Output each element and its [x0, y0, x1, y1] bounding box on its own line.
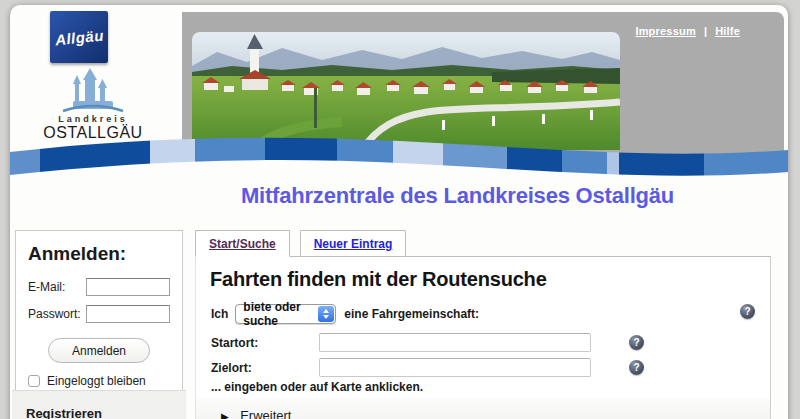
login-heading: Anmelden: — [28, 243, 170, 265]
help-icon-zielort[interactable]: ? — [629, 360, 644, 375]
allgaeu-logo-text: Allgäu — [54, 26, 104, 48]
allgaeu-logo: Allgäu — [50, 11, 108, 63]
startort-input[interactable] — [319, 333, 591, 352]
erweitert-label: Erweitert — [240, 408, 291, 419]
erweitert-toggle[interactable]: ▶ Erweitert — [196, 398, 770, 419]
main-content: Start/Suche Neuer Eintrag Fahrten finden… — [195, 230, 771, 419]
stay-logged-in-label: Eingeloggt bleiben — [47, 374, 146, 388]
impressum-link[interactable]: Impressum — [635, 25, 696, 37]
zielort-label: Zielort: — [211, 361, 319, 375]
page-card: Impressum|Hilfe Allgäu Landkreis OSTALLG… — [10, 5, 788, 419]
startort-row: Startort: — [211, 333, 591, 352]
triangle-right-icon: ▶ — [221, 411, 229, 419]
landkreis-label: Landkreis — [38, 114, 148, 124]
help-icon-startort[interactable]: ? — [629, 335, 644, 350]
map-hint-text: ... eingeben oder auf Karte anklicken. — [211, 380, 423, 394]
mode-select[interactable]: biete oder suche — [235, 304, 336, 324]
register-section: Registrieren — [12, 390, 186, 419]
castle-icon — [61, 65, 125, 113]
email-label: E-Mail: — [28, 280, 86, 294]
top-links: Impressum|Hilfe — [635, 25, 740, 37]
stay-logged-in-row: Eingeloggt bleiben — [28, 374, 170, 388]
search-panel: Fahrten finden mit der Routensuche Ich b… — [195, 256, 771, 419]
tab-start-suche[interactable]: Start/Suche — [195, 230, 290, 257]
help-icon-mode[interactable]: ? — [740, 304, 755, 319]
email-row: E-Mail: — [28, 278, 170, 296]
mode-row: Ich biete oder suche eine Fahrgemeinscha… — [211, 304, 479, 324]
login-button[interactable]: Anmelden — [48, 338, 150, 363]
select-stepper-icon — [318, 306, 334, 322]
register-link[interactable]: Registrieren — [26, 406, 102, 419]
hilfe-link[interactable]: Hilfe — [715, 25, 740, 37]
tab-neuer-eintrag[interactable]: Neuer Eintrag — [300, 230, 407, 257]
tab-neuer-eintrag-link[interactable]: Neuer Eintrag — [314, 237, 393, 251]
zielort-input[interactable] — [319, 358, 591, 377]
stripe-wave — [10, 128, 788, 178]
fahrgemeinschaft-label: eine Fahrgemeinschaft: — [344, 307, 479, 321]
password-label: Passwort: — [28, 307, 86, 321]
top-links-divider: | — [704, 25, 707, 37]
tab-bar: Start/Suche Neuer Eintrag — [195, 230, 771, 257]
ich-label: Ich — [211, 307, 228, 321]
password-input[interactable] — [86, 305, 170, 323]
startort-label: Startort: — [211, 336, 319, 350]
zielort-row: Zielort: — [211, 358, 591, 377]
stay-logged-in-checkbox[interactable] — [28, 375, 40, 387]
password-row: Passwort: — [28, 305, 170, 323]
tab-start-suche-link[interactable]: Start/Suche — [209, 237, 276, 251]
email-input[interactable] — [86, 278, 170, 296]
page-title: Mitfahrzentrale des Landkreises Ostallgä… — [170, 183, 745, 209]
panel-heading: Fahrten finden mit der Routensuche — [210, 268, 547, 291]
